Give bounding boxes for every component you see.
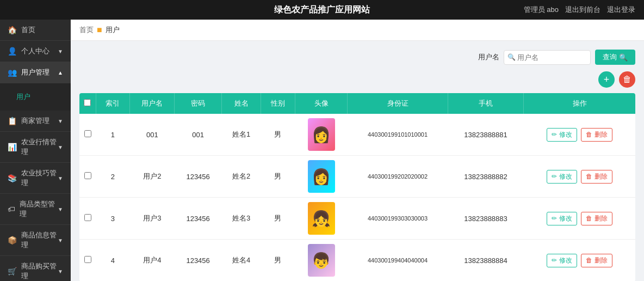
row-checkbox-3[interactable] [84,214,91,221]
row-index: 4 [96,240,130,282]
th-checkbox [79,93,96,114]
row-checkbox-2[interactable] [84,172,91,179]
row-avatar: 👩 [295,156,347,198]
row-ops: ✏ 修改 🗑 删除 [524,114,635,156]
delete-button-4[interactable]: 🗑 删除 [581,254,612,267]
sidebar-label-goods-order: 商品购买管理 [21,261,58,281]
sidebar-sub-user: 用户 [0,83,71,111]
query-button[interactable]: 查询 🔍 [595,50,635,65]
sidebar-label-user-mgmt: 用户管理 [21,68,49,77]
home-icon: 🏠 [8,26,17,34]
th-op: 操作 [524,93,635,114]
header-right: 管理员 abo 退出到前台 退出登录 [524,5,635,15]
row-checkbox-4[interactable] [84,256,91,263]
row-checkbox-cell [79,240,96,282]
search-input[interactable] [504,50,591,65]
table-header-row: 索引 用户名 密码 姓名 性别 头像 身份证 手机 操作 [79,93,635,114]
sidebar-item-goods-order[interactable]: 🛒 商品购买管理 ▼ [0,256,71,281]
th-phone: 手机 [448,93,524,114]
table-row: 4 用户4 123456 姓名4 男 👦 440300199404040004 … [79,240,635,282]
row-phone: 13823888882 [448,156,524,198]
batch-delete-button[interactable]: 🗑 [619,71,635,88]
row-username: 用户3 [130,198,175,240]
row-name: 姓名1 [222,114,261,156]
breadcrumb-home[interactable]: 首页 [79,25,94,35]
select-all-checkbox[interactable] [84,99,91,106]
merchant-icon: 📋 [8,117,17,125]
row-checkbox-cell [79,198,96,240]
edit-button-1[interactable]: ✏ 修改 [547,128,577,142]
chevron-merchant: ▼ [58,118,63,124]
sidebar-label-personal: 个人中心 [21,46,49,56]
sidebar-item-skill[interactable]: 📚 农业技巧管理 ▼ [0,163,71,194]
personal-icon: 👤 [8,47,17,56]
search-icon: 🔍 [507,53,516,61]
query-icon: 🔍 [619,53,628,62]
sidebar-item-goods-type[interactable]: 🏷 商品类型管理 ▼ [0,194,71,225]
row-phone: 13823888881 [448,114,524,156]
header: 绿色农产品推广应用网站 管理员 abo 退出到前台 退出登录 [0,0,644,20]
table-row: 3 用户3 123456 姓名3 男 👧 440300199303030003 … [79,198,635,240]
chevron-farm: ▼ [58,144,63,150]
th-avatar: 头像 [295,93,347,114]
chevron-goods-info: ▼ [58,237,63,243]
avatar-3: 👧 [308,202,335,235]
row-phone: 13823888883 [448,198,524,240]
row-gender: 男 [261,114,295,156]
avatar-1: 👩 [308,118,335,151]
goods-type-icon: 🏷 [8,205,15,213]
edit-button-4[interactable]: ✏ 修改 [547,254,577,267]
row-password: 001 [175,114,222,156]
row-avatar: 👦 [295,240,347,282]
breadcrumb: 首页 ■ 用户 [71,20,644,41]
chevron-skill: ▼ [58,175,63,181]
row-name: 姓名2 [222,156,261,198]
delete-button-1[interactable]: 🗑 删除 [581,128,612,142]
chevron-goods-type: ▼ [58,206,63,212]
sidebar-label-home: 首页 [21,25,35,35]
row-username: 001 [130,114,175,156]
skill-icon: 📚 [8,174,17,182]
sidebar-label-goods-info: 商品信息管理 [21,230,58,250]
sidebar-label-farm: 农业行情管理 [21,137,58,157]
edit-button-2[interactable]: ✏ 修改 [547,170,577,184]
add-button[interactable]: + [598,71,615,88]
current-user: 管理员 abo [524,5,559,15]
delete-button-3[interactable]: 🗑 删除 [581,212,612,225]
th-password: 密码 [175,93,222,114]
sidebar-item-personal[interactable]: 👤 个人中心 ▼ [0,41,71,62]
chevron-personal: ▼ [58,48,63,54]
breadcrumb-separator: ■ [97,25,102,35]
table-row: 2 用户2 123456 姓名2 男 👩 440300199202020002 … [79,156,635,198]
main-area: 首页 ■ 用户 用户名 🔍 查询 🔍 + 🗑 [71,20,644,281]
user-mgmt-icon: 👥 [8,68,17,77]
row-ops: ✏ 修改 🗑 删除 [524,156,635,198]
sidebar-item-user-mgmt[interactable]: 👥 用户管理 ▲ [0,62,71,83]
user-table: 索引 用户名 密码 姓名 性别 头像 身份证 手机 操作 [79,93,635,281]
row-index: 2 [96,156,130,198]
goods-info-icon: 📦 [8,236,17,245]
th-index: 索引 [96,93,130,114]
sidebar-item-goods-info[interactable]: 📦 商品信息管理 ▼ [0,225,71,256]
farm-icon: 📊 [8,143,17,151]
sidebar-label-merchant: 商家管理 [21,116,49,126]
table-row: 1 001 001 姓名1 男 👩 440300199101010001 138… [79,114,635,156]
row-phone: 13823888884 [448,240,524,282]
sidebar-item-home[interactable]: 🏠 首页 [0,20,71,41]
th-gender: 性别 [261,93,295,114]
avatar-4: 👦 [308,244,335,277]
row-checkbox-1[interactable] [84,130,91,137]
sidebar-item-merchant[interactable]: 📋 商家管理 ▼ [0,111,71,132]
th-username: 用户名 [130,93,175,114]
row-password: 123456 [175,240,222,282]
edit-button-3[interactable]: ✏ 修改 [547,212,577,225]
logout[interactable]: 退出登录 [607,5,635,15]
delete-button-2[interactable]: 🗑 删除 [581,170,612,184]
row-gender: 男 [261,240,295,282]
back-to-front[interactable]: 退出到前台 [565,5,600,15]
sidebar-item-farm[interactable]: 📊 农业行情管理 ▼ [0,132,71,163]
table-body: 1 001 001 姓名1 男 👩 440300199101010001 138… [79,114,635,281]
row-avatar: 👩 [295,114,347,156]
row-idcard: 440300199202020002 [348,156,448,198]
sidebar-sub-item-user[interactable]: 用户 [0,88,71,106]
